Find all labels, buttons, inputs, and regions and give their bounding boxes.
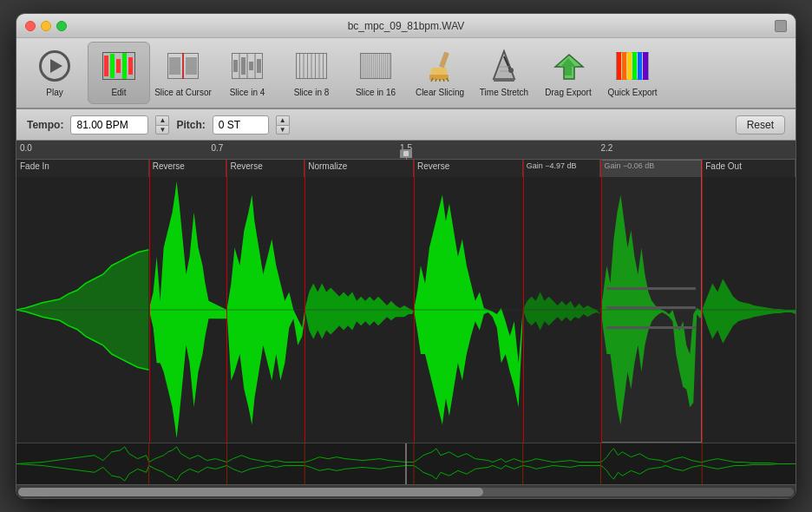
tempo-up[interactable]: ▲ [155, 115, 169, 125]
svg-rect-15 [241, 57, 246, 75]
slice-16-icon [357, 48, 394, 84]
pitch-stepper[interactable]: ▲ ▼ [276, 115, 290, 135]
pitch-up[interactable]: ▲ [276, 115, 290, 125]
svg-rect-5 [128, 57, 133, 75]
slice-line-2 [226, 160, 227, 443]
waveform-main[interactable]: Fade In Reverse Reverse Normalize Revers… [16, 160, 796, 443]
scrollbar[interactable] [16, 484, 796, 498]
ruler-label-22: 2.2 [601, 143, 613, 153]
reset-button[interactable]: Reset [736, 115, 785, 135]
play-icon [36, 48, 73, 84]
pitch-down[interactable]: ▼ [276, 125, 290, 135]
edit-label: Edit [111, 88, 126, 98]
pitch-label: Pitch: [176, 119, 205, 131]
tempo-input[interactable] [70, 115, 148, 135]
slice-cursor-label: Slice at Cursor [154, 88, 212, 98]
quick-export-button[interactable]: Quick Export [601, 42, 664, 104]
slice-line-3 [304, 160, 305, 443]
window-resize-button[interactable] [775, 20, 787, 32]
play-label: Play [46, 88, 62, 98]
slice-8-icon [293, 48, 330, 84]
slice-label-reverse3: Reverse [414, 160, 523, 177]
drag-export-button[interactable]: Drag Export [537, 42, 599, 104]
gain-slider-3[interactable] [606, 326, 696, 329]
tempo-stepper[interactable]: ▲ ▼ [155, 115, 169, 135]
gain-slider-2[interactable] [606, 306, 696, 309]
main-window: bc_mpc_09_81bpm.WAV Play [16, 13, 796, 499]
svg-rect-60 [617, 52, 621, 80]
slice-cursor-icon [165, 48, 201, 84]
timeline-ruler: 0.0 0.7 1.5 2.2 [16, 141, 796, 160]
svg-rect-17 [257, 59, 261, 73]
svg-rect-54 [494, 78, 514, 82]
play-button[interactable]: Play [23, 42, 86, 104]
time-stretch-label: Time Stretch [480, 88, 528, 98]
slice-label-fadein: Fade In [16, 160, 149, 177]
svg-point-53 [508, 68, 514, 73]
close-button[interactable] [25, 21, 36, 31]
svg-rect-63 [632, 52, 637, 80]
svg-rect-8 [169, 57, 180, 75]
slice-line-4 [414, 160, 415, 443]
metronome-icon [486, 48, 522, 84]
window-title: bc_mpc_09_81bpm.WAV [348, 20, 465, 32]
slice-label-fadeout: Fade Out [702, 160, 796, 177]
slice-16-label: Slice in 16 [356, 88, 396, 98]
svg-rect-1 [104, 56, 108, 76]
svg-rect-3 [116, 59, 121, 73]
time-stretch-button[interactable]: Time Stretch [473, 42, 535, 104]
svg-line-48 [443, 79, 444, 82]
slice-line-7 [702, 160, 703, 443]
svg-rect-61 [622, 52, 626, 80]
waveform-overview[interactable] [16, 443, 796, 484]
toolbar: Play Edit [16, 38, 796, 109]
controls-bar: Tempo: ▲ ▼ Pitch: ▲ ▼ Reset [16, 109, 796, 141]
pitch-input[interactable] [213, 115, 269, 135]
traffic-lights [25, 21, 67, 31]
tempo-label: Tempo: [27, 119, 63, 131]
title-bar: bc_mpc_09_81bpm.WAV [16, 14, 796, 38]
waveform-container: 0.0 0.7 1.5 2.2 Fade In Reverse Reverse … [16, 141, 796, 498]
slice-in-16-button[interactable]: Slice in 16 [344, 42, 407, 104]
svg-rect-64 [638, 52, 642, 80]
svg-rect-14 [233, 60, 238, 72]
edit-icon [101, 48, 137, 84]
quick-export-icon [614, 48, 651, 84]
clear-slicing-button[interactable]: Clear Slicing [409, 42, 471, 104]
gain-slider-1[interactable] [606, 287, 696, 290]
drag-export-label: Drag Export [545, 88, 591, 98]
slice-in-4-button[interactable]: Slice in 4 [216, 42, 278, 104]
edit-button[interactable]: Edit [88, 42, 150, 104]
scrollbar-thumb[interactable] [18, 488, 483, 496]
svg-rect-62 [627, 52, 632, 80]
quick-export-label: Quick Export [607, 88, 657, 98]
overview-svg [16, 443, 796, 484]
svg-rect-16 [249, 62, 253, 70]
svg-line-46 [435, 79, 436, 82]
maximize-button[interactable] [56, 21, 67, 31]
ruler-label-0: 0.0 [20, 143, 32, 153]
slice-4-label: Slice in 4 [230, 88, 265, 98]
slice-line-5 [523, 160, 524, 443]
svg-rect-4 [122, 53, 127, 79]
slice-line-6 [601, 160, 602, 443]
minimize-button[interactable] [41, 21, 51, 31]
svg-rect-9 [186, 57, 197, 75]
clear-slicing-label: Clear Slicing [416, 88, 464, 98]
tempo-down[interactable]: ▼ [155, 125, 169, 135]
slice-at-cursor-button[interactable]: Slice at Cursor [152, 42, 214, 104]
slice-label-reverse1: Reverse [149, 160, 227, 177]
slice-label-normalize: Normalize [304, 160, 414, 177]
svg-rect-65 [643, 52, 648, 80]
slice-in-8-button[interactable]: Slice in 8 [280, 42, 343, 104]
scrollbar-track[interactable] [18, 488, 794, 496]
slice-4-icon [229, 48, 265, 84]
drag-export-icon [550, 48, 586, 84]
svg-rect-42 [439, 52, 449, 69]
broom-icon [422, 48, 458, 84]
slice-label-gain1: Gain −4.97 dB [523, 160, 601, 177]
slice-label-reverse2: Reverse [226, 160, 304, 177]
svg-rect-2 [110, 54, 115, 78]
slice-8-label: Slice in 8 [294, 88, 330, 98]
gain-highlight-box [601, 160, 703, 443]
